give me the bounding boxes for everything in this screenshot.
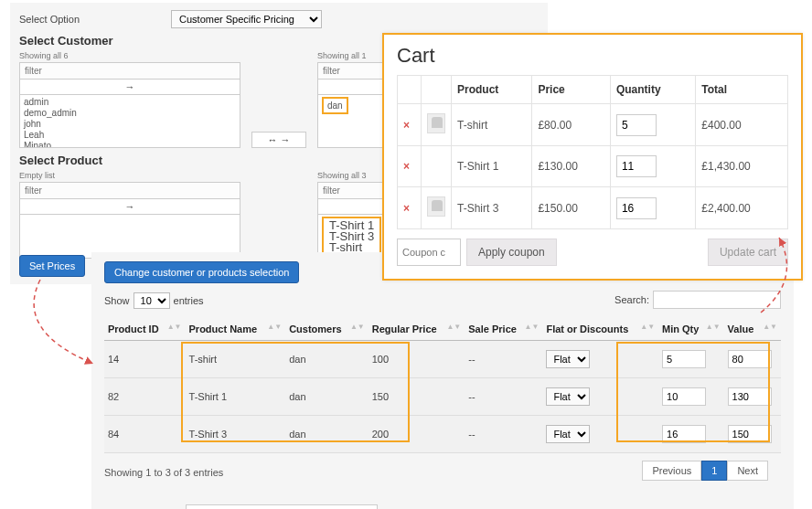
cart-col-qty: Quantity: [610, 76, 695, 104]
cart-row: × T-Shirt 1 £130.00 £1,430.00: [398, 146, 788, 187]
search-label: Search:: [614, 294, 649, 305]
minqty-input[interactable]: [662, 350, 706, 368]
value-input[interactable]: [728, 425, 772, 443]
change-selection-button[interactable]: Change customer or products selection: [104, 261, 299, 283]
sort-icon: ▲▼: [167, 323, 182, 331]
customer-left-hint: Showing all 6: [19, 51, 240, 60]
remove-icon[interactable]: ×: [403, 202, 410, 215]
cart-row: × T-Shirt 3 £150.00 £2,400.00: [398, 187, 788, 229]
remove-icon[interactable]: ×: [403, 160, 410, 173]
cart-col-price: Price: [532, 76, 610, 104]
product-left-hint: Empty list: [19, 171, 240, 180]
cart-product-link[interactable]: T-Shirt 3: [452, 187, 532, 229]
pagination: Previous 1 Next: [642, 461, 768, 481]
cart-overlay: Cart Product Price Quantity Total × T-sh…: [382, 33, 803, 281]
customer-selected: dan: [322, 97, 348, 114]
cart-title: Cart: [397, 44, 788, 68]
pricing-row: 82 T-Shirt 1 dan 150 -- Flat: [104, 378, 781, 416]
customer-move-both[interactable]: ↔ →: [251, 132, 306, 148]
product-thumb: [427, 113, 445, 133]
cart-product-link[interactable]: T-Shirt 1: [452, 146, 532, 187]
show-label: Show: [104, 295, 130, 306]
entries-label: entries: [174, 295, 204, 306]
table-info: Showing 1 to 3 of 3 entries: [104, 467, 223, 478]
apply-coupon-button[interactable]: Apply coupon: [466, 239, 557, 266]
customer-left-filter[interactable]: [19, 62, 240, 80]
mode-select[interactable]: Flat: [546, 425, 590, 443]
customer-move-right[interactable]: →: [19, 80, 240, 95]
cart-col-product: Product: [452, 76, 532, 104]
cart-table: Product Price Quantity Total × T-shirt £…: [397, 75, 788, 229]
set-prices-button[interactable]: Set Prices: [19, 255, 85, 277]
product-move-right[interactable]: →: [19, 199, 240, 215]
pricing-panel: Change customer or products selection Sh…: [91, 252, 794, 509]
product-left-filter[interactable]: [19, 182, 240, 199]
col-value[interactable]: Value▲▼: [724, 318, 781, 341]
cart-col-total: Total: [696, 76, 788, 104]
value-input[interactable]: [728, 350, 772, 368]
col-customers[interactable]: Customers▲▼: [285, 318, 369, 341]
update-cart-button[interactable]: Update cart: [708, 239, 788, 266]
remove-icon[interactable]: ×: [403, 119, 410, 132]
product-thumb: [427, 196, 445, 217]
qty-input[interactable]: [616, 155, 657, 177]
select-option-dropdown[interactable]: Customer Specific Pricing: [171, 10, 322, 28]
col-product-name[interactable]: Product Name▲▼: [186, 318, 286, 341]
product-selected: T-Shirt 1 T-Shirt 3 T-shirt: [322, 217, 381, 257]
col-sale-price[interactable]: Sale Price▲▼: [465, 318, 542, 341]
pricing-row: 14 T-shirt dan 100 -- Flat: [104, 341, 781, 378]
rule-title-input[interactable]: [186, 504, 378, 509]
col-flat-discounts[interactable]: Flat or Discounts▲▼: [542, 318, 658, 341]
search-input[interactable]: [653, 291, 781, 309]
qty-input[interactable]: [616, 114, 657, 136]
col-product-id[interactable]: Product ID▲▼: [104, 318, 186, 341]
customer-left-list[interactable]: admin demo_admin john Leah Minato Taylor: [19, 95, 240, 148]
minqty-input[interactable]: [662, 425, 706, 443]
value-input[interactable]: [728, 387, 772, 406]
col-regular-price[interactable]: Regular Price▲▼: [369, 318, 465, 341]
pricing-table: Product ID▲▼ Product Name▲▼ Customers▲▼ …: [104, 318, 781, 453]
cart-product-link[interactable]: T-shirt: [452, 104, 532, 146]
select-option-label: Select Option: [19, 14, 80, 25]
mode-select[interactable]: Flat: [546, 350, 590, 368]
col-min-qty[interactable]: Min Qty▲▼: [658, 318, 724, 341]
entries-select[interactable]: 10: [134, 292, 170, 309]
pricing-row: 84 T-Shirt 3 dan 200 -- Flat: [104, 416, 781, 453]
flow-arrow-left: [13, 276, 104, 386]
cart-row: × T-shirt £80.00 £400.00: [398, 104, 788, 146]
coupon-input[interactable]: [397, 239, 461, 266]
page-next[interactable]: Next: [727, 461, 768, 481]
page-current[interactable]: 1: [701, 461, 727, 481]
page-prev[interactable]: Previous: [642, 461, 701, 481]
mode-select[interactable]: Flat: [546, 387, 590, 406]
qty-input[interactable]: [616, 197, 657, 219]
minqty-input[interactable]: [662, 387, 706, 406]
